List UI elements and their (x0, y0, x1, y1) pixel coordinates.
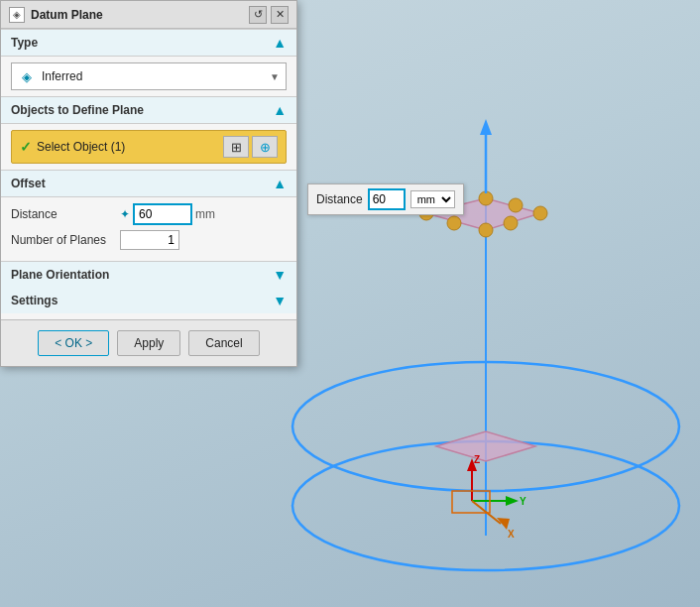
type-chevron-icon: ▲ (273, 35, 287, 51)
type-dropdown-value: Inferred (42, 69, 82, 83)
panel-title: Datum Plane (31, 8, 243, 22)
type-section-content: ◈ Inferred ▼ (1, 57, 296, 96)
select-object-text: Select Object (1) (37, 140, 125, 154)
panel-titlebar-buttons: ↺ ✕ (249, 6, 289, 24)
svg-point-11 (447, 216, 461, 230)
svg-marker-19 (506, 496, 519, 506)
type-section-header[interactable]: Type ▲ (1, 29, 296, 57)
settings-section-header[interactable]: Settings ▼ (1, 288, 296, 313)
svg-point-9 (504, 216, 518, 230)
svg-text:Z: Z (474, 454, 480, 465)
remove-selection-button[interactable]: ⊕ (252, 136, 278, 158)
svg-point-7 (509, 198, 523, 212)
objects-section-label: Objects to Define Plane (11, 103, 144, 117)
datum-plane-panel: ◈ Datum Plane ↺ ✕ Type ▲ ◈ Inferred ▼ Ob… (0, 0, 297, 367)
svg-point-10 (479, 223, 493, 237)
close-button[interactable]: ✕ (271, 6, 289, 24)
panel-title-icon: ◈ (9, 7, 25, 23)
check-icon: ✓ (20, 139, 32, 155)
offset-chevron-icon: ▲ (273, 176, 287, 191)
svg-text:Y: Y (520, 496, 526, 507)
svg-point-8 (533, 206, 547, 220)
distance-icon: ✦ (120, 207, 130, 221)
distance-tooltip-input[interactable] (368, 188, 406, 210)
select-object-row: ✓ Select Object (1) ⊞ ⊕ (11, 130, 287, 164)
svg-marker-14 (436, 431, 535, 461)
cancel-button[interactable]: Cancel (188, 330, 259, 356)
plane-orientation-section-header[interactable]: Plane Orientation ▼ (1, 261, 296, 288)
distance-tooltip: Distance mm cm in (307, 183, 464, 215)
add-selection-button[interactable]: ⊞ (223, 136, 249, 158)
svg-text:X: X (508, 529, 515, 540)
ok-button[interactable]: < OK > (38, 330, 109, 356)
settings-chevron-icon: ▼ (273, 293, 287, 308)
objects-section-content: ✓ Select Object (1) ⊞ ⊕ (1, 124, 296, 170)
distance-label: Distance (11, 207, 120, 221)
settings-label: Settings (11, 294, 58, 307)
reset-button[interactable]: ↺ (249, 6, 267, 24)
type-section-label: Type (11, 36, 38, 50)
svg-marker-13 (480, 119, 492, 135)
type-dropdown-icon: ◈ (18, 67, 36, 85)
distance-row: Distance ✦ mm (11, 203, 287, 225)
planes-row: Number of Planes (11, 230, 287, 250)
objects-section-header[interactable]: Objects to Define Plane ▲ (1, 96, 296, 124)
offset-section-label: Offset (11, 177, 46, 190)
distance-tooltip-label: Distance (316, 192, 363, 206)
distance-tooltip-unit[interactable]: mm cm in (410, 190, 455, 208)
distance-input[interactable] (133, 203, 192, 225)
dropdown-arrow-icon: ▼ (270, 71, 280, 82)
offset-section-header[interactable]: Offset ▲ (1, 170, 296, 197)
select-object-buttons: ⊞ ⊕ (223, 136, 278, 158)
distance-unit: mm (195, 207, 215, 221)
offset-section-content: Distance ✦ mm Number of Planes (1, 197, 296, 261)
apply-button[interactable]: Apply (117, 330, 180, 356)
panel-buttons: < OK > Apply Cancel (1, 319, 296, 366)
distance-input-group: ✦ mm (120, 203, 287, 225)
panel-titlebar: ◈ Datum Plane ↺ ✕ (1, 1, 296, 29)
type-dropdown[interactable]: ◈ Inferred ▼ (11, 62, 287, 90)
plane-orientation-label: Plane Orientation (11, 268, 109, 282)
plane-orientation-chevron-icon: ▼ (273, 267, 287, 283)
objects-chevron-icon: ▲ (273, 102, 287, 118)
planes-label: Number of Planes (11, 233, 120, 247)
planes-input[interactable] (120, 230, 179, 250)
select-object-label: ✓ Select Object (1) (20, 139, 125, 155)
svg-point-6 (479, 191, 493, 205)
